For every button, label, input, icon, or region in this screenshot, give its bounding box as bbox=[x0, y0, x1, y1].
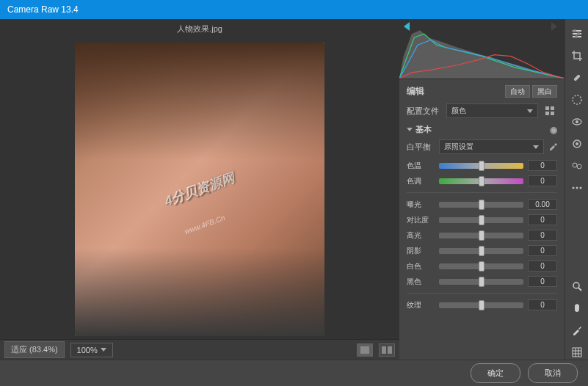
texture-label: 纹理 bbox=[407, 300, 435, 310]
svg-point-21 bbox=[572, 187, 574, 189]
blacks-value[interactable]: 0 bbox=[528, 276, 557, 287]
radial-tool-icon[interactable] bbox=[570, 136, 584, 151]
heal-tool-icon[interactable] bbox=[570, 70, 584, 85]
exposure-value[interactable]: 0.00 bbox=[528, 199, 557, 210]
svg-point-12 bbox=[575, 35, 578, 38]
mask-tool-icon[interactable] bbox=[570, 92, 584, 107]
slider-thumb[interactable] bbox=[479, 161, 484, 171]
svg-rect-1 bbox=[382, 346, 386, 354]
svg-point-14 bbox=[573, 95, 581, 104]
highlights-slider[interactable] bbox=[439, 233, 523, 238]
image-canvas[interactable]: 4分贝资源网 www.4FB.Cn bbox=[0, 39, 399, 339]
whites-label: 白色 bbox=[407, 261, 435, 272]
slider-thumb[interactable] bbox=[479, 230, 484, 241]
highlight-clip-icon[interactable] bbox=[551, 22, 560, 31]
edit-panel: 编辑 自动 黑白 配置文件 颜色 bbox=[399, 79, 565, 360]
basic-section-label[interactable]: 基本 bbox=[415, 124, 432, 135]
wb-value: 原照设置 bbox=[444, 142, 473, 152]
chevron-down-icon bbox=[101, 348, 106, 352]
profile-value: 颜色 bbox=[451, 106, 466, 116]
svg-rect-2 bbox=[388, 346, 392, 354]
window-titlebar: Camera Raw 13.4 bbox=[0, 0, 588, 19]
exposure-slider[interactable] bbox=[439, 202, 523, 208]
contrast-slider[interactable] bbox=[439, 217, 523, 223]
view-compare-button[interactable] bbox=[379, 343, 395, 357]
svg-point-16 bbox=[576, 120, 578, 123]
svg-point-20 bbox=[577, 164, 581, 169]
contrast-value[interactable]: 0 bbox=[528, 214, 557, 225]
texture-slider[interactable] bbox=[439, 302, 523, 308]
whites-value[interactable]: 0 bbox=[528, 261, 557, 272]
tint-value[interactable]: 0 bbox=[528, 175, 557, 186]
highlights-label: 高光 bbox=[407, 230, 435, 241]
svg-rect-0 bbox=[360, 346, 369, 354]
edit-tool-icon[interactable] bbox=[570, 26, 584, 41]
app-title: Camera Raw 13.4 bbox=[7, 4, 79, 15]
slider-thumb[interactable] bbox=[479, 261, 484, 272]
zoom-value: 100% bbox=[77, 346, 98, 354]
photo-preview: 4分贝资源网 www.4FB.Cn bbox=[75, 43, 324, 336]
profile-select[interactable]: 颜色 bbox=[446, 103, 538, 118]
edit-heading: 编辑 bbox=[407, 85, 424, 98]
temp-value[interactable]: 0 bbox=[528, 160, 557, 171]
watermark-url: www.4FB.Cn bbox=[184, 213, 226, 235]
visibility-icon[interactable]: ◉ bbox=[550, 125, 557, 135]
tint-label: 色调 bbox=[407, 176, 435, 186]
slider-thumb[interactable] bbox=[479, 277, 484, 287]
preset-tool-icon[interactable] bbox=[570, 159, 584, 173]
svg-rect-5 bbox=[545, 112, 549, 115]
svg-line-25 bbox=[578, 288, 581, 291]
more-icon[interactable] bbox=[570, 181, 584, 195]
whites-slider[interactable] bbox=[439, 263, 523, 269]
tool-strip bbox=[565, 19, 588, 360]
slider-thumb[interactable] bbox=[479, 176, 484, 186]
chevron-down-icon[interactable] bbox=[407, 128, 413, 131]
blacks-slider[interactable] bbox=[439, 279, 523, 285]
view-single-button[interactable] bbox=[357, 343, 373, 357]
redeye-tool-icon[interactable] bbox=[570, 114, 584, 129]
texture-value[interactable]: 0 bbox=[528, 299, 557, 310]
wb-select[interactable]: 原照设置 bbox=[439, 139, 544, 154]
svg-rect-26 bbox=[573, 348, 581, 357]
temp-slider[interactable] bbox=[439, 163, 523, 169]
grid-tool-icon[interactable] bbox=[570, 345, 584, 360]
shadows-value[interactable]: 0 bbox=[528, 245, 557, 256]
shadows-label: 阴影 bbox=[407, 246, 435, 256]
highlights-value[interactable]: 0 bbox=[528, 230, 557, 241]
watermark-text: 4分贝资源网 bbox=[162, 168, 237, 210]
profile-browse-icon[interactable] bbox=[542, 103, 557, 118]
chevron-down-icon bbox=[527, 109, 533, 113]
sampler-tool-icon[interactable] bbox=[570, 323, 584, 338]
svg-rect-3 bbox=[545, 106, 549, 110]
slider-thumb[interactable] bbox=[479, 215, 484, 225]
svg-point-19 bbox=[573, 163, 577, 167]
shadows-slider[interactable] bbox=[439, 248, 523, 254]
svg-rect-13 bbox=[573, 74, 581, 81]
svg-point-23 bbox=[579, 187, 581, 189]
auto-button[interactable]: 自动 bbox=[505, 85, 530, 98]
bw-button[interactable]: 黑白 bbox=[532, 85, 557, 98]
fit-button[interactable]: 适应 (83.4%) bbox=[4, 341, 65, 358]
tint-slider[interactable] bbox=[439, 178, 523, 184]
chevron-down-icon bbox=[533, 145, 539, 149]
filename-label: 人物效果.jpg bbox=[0, 19, 399, 39]
contrast-label: 对比度 bbox=[407, 215, 435, 225]
slider-thumb[interactable] bbox=[479, 200, 484, 210]
slider-thumb[interactable] bbox=[479, 246, 484, 256]
svg-rect-6 bbox=[551, 112, 554, 115]
svg-point-18 bbox=[576, 142, 578, 145]
cancel-button[interactable]: 取消 bbox=[528, 363, 578, 383]
eyedropper-icon[interactable] bbox=[548, 142, 557, 153]
histogram[interactable] bbox=[399, 19, 565, 79]
ok-button[interactable]: 确定 bbox=[471, 363, 520, 383]
zoom-select[interactable]: 100% bbox=[70, 343, 113, 357]
wb-label: 白平衡 bbox=[407, 142, 435, 153]
dialog-footer: 确定 取消 bbox=[0, 360, 588, 386]
slider-thumb[interactable] bbox=[479, 300, 484, 310]
svg-point-24 bbox=[573, 283, 579, 288]
crop-tool-icon[interactable] bbox=[570, 48, 584, 63]
shadow-clip-icon[interactable] bbox=[404, 22, 413, 31]
zoom-tool-icon[interactable] bbox=[570, 279, 584, 294]
svg-point-22 bbox=[576, 187, 578, 189]
hand-tool-icon[interactable] bbox=[570, 301, 584, 316]
